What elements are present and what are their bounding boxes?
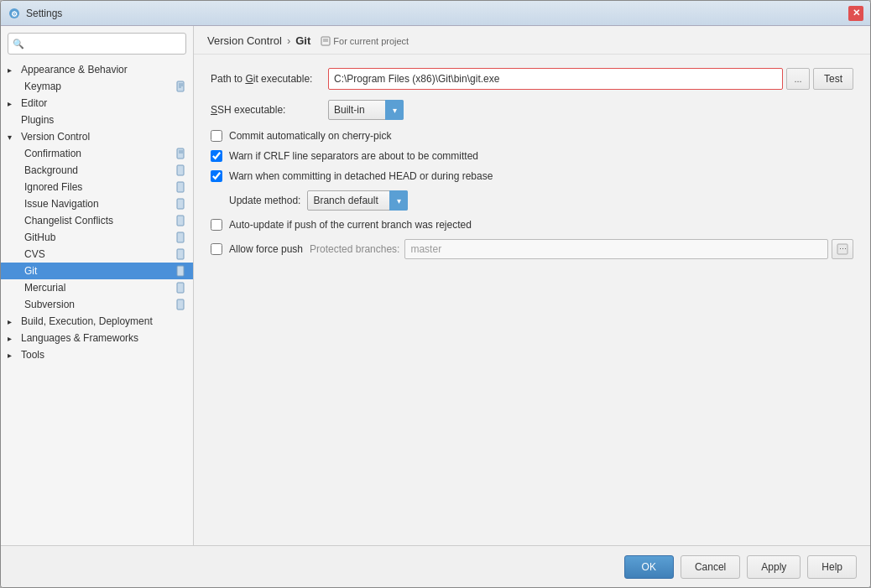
doc-icon <box>176 215 186 226</box>
doc-icon <box>176 198 186 210</box>
auto-update-label: Auto-update if push of the current branc… <box>229 219 472 231</box>
expand-arrow: ▸ <box>8 334 18 343</box>
main-content: Version Control › Git For current projec… <box>194 26 870 545</box>
expand-arrow: ▸ <box>8 99 18 108</box>
apply-button[interactable]: Apply <box>747 555 801 579</box>
sidebar-item-label: Git <box>24 265 37 277</box>
svg-text:⋯: ⋯ <box>839 245 847 253</box>
sidebar-item-subversion[interactable]: Subversion <box>1 296 193 313</box>
sidebar-item-label: Background <box>24 164 78 176</box>
help-button[interactable]: Help <box>807 555 857 579</box>
crlf-checkbox[interactable] <box>211 150 222 162</box>
detached-head-label: Warn when committing in detached HEAD or… <box>229 170 493 182</box>
sidebar: 🔍 ▸ Appearance & Behavior Keymap ▸ Edito… <box>1 26 194 545</box>
project-icon <box>321 36 331 46</box>
svg-rect-11 <box>177 199 184 209</box>
sidebar-item-label: Changelist Conflicts <box>24 215 113 226</box>
svg-text:⚙: ⚙ <box>11 10 18 18</box>
sidebar-item-tools[interactable]: ▸ Tools <box>1 346 193 363</box>
doc-icon <box>176 282 186 294</box>
svg-rect-10 <box>177 182 184 192</box>
sidebar-item-mercurial[interactable]: Mercurial <box>1 279 193 296</box>
content-area: 🔍 ▸ Appearance & Behavior Keymap ▸ Edito… <box>1 26 870 545</box>
sidebar-item-label: Issue Navigation <box>24 198 99 210</box>
sidebar-item-changelist-conflicts[interactable]: Changelist Conflicts <box>1 212 193 229</box>
protected-branches-label: Protected branches: <box>310 243 399 255</box>
path-label: Path to Git executable: <box>211 73 328 85</box>
expand-arrow: ▸ <box>8 351 18 360</box>
sidebar-item-github[interactable]: GitHub <box>1 229 193 246</box>
svg-rect-13 <box>177 232 184 242</box>
close-button[interactable]: ✕ <box>848 6 863 21</box>
git-path-input[interactable] <box>328 68 783 90</box>
search-input[interactable] <box>8 33 186 55</box>
svg-rect-16 <box>177 283 184 293</box>
sidebar-item-git[interactable]: Git <box>1 263 193 279</box>
cancel-button[interactable]: Cancel <box>681 555 740 579</box>
cherry-pick-checkbox[interactable] <box>211 130 222 142</box>
sidebar-item-background[interactable]: Background <box>1 162 193 179</box>
sidebar-item-label: Tools <box>21 349 44 361</box>
sidebar-item-editor[interactable]: ▸ Editor <box>1 95 193 112</box>
settings-window: ⚙ Settings ✕ 🔍 ▸ Appearance & Behavior K… <box>0 0 871 588</box>
search-icon: 🔍 <box>13 39 24 49</box>
svg-rect-12 <box>177 216 184 226</box>
svg-rect-2 <box>177 81 184 91</box>
expand-arrow: ▸ <box>8 317 18 326</box>
auto-update-row: Auto-update if push of the current branc… <box>211 219 853 231</box>
sidebar-item-confirmation[interactable]: Confirmation <box>1 145 193 162</box>
protected-branches-input[interactable] <box>404 239 828 259</box>
sidebar-item-label: Subversion <box>24 299 75 310</box>
svg-rect-15 <box>177 266 184 276</box>
sidebar-item-version-control[interactable]: ▾ Version Control <box>1 128 193 145</box>
sidebar-item-label: Mercurial <box>24 282 65 294</box>
app-icon: ⚙ <box>8 7 21 20</box>
sidebar-item-label: Plugins <box>21 114 54 126</box>
expand-arrow: ▸ <box>8 65 18 75</box>
svg-rect-17 <box>177 299 184 310</box>
main-header: Version Control › Git For current projec… <box>194 26 870 55</box>
doc-icon <box>176 148 186 159</box>
title-bar: ⚙ Settings ✕ <box>1 1 870 26</box>
update-method-row: Update method: Branch default Merge Reba… <box>211 190 853 211</box>
ssh-select-wrapper: Built-in Native ▾ <box>328 100 404 120</box>
settings-form: Path to Git executable: ... Test SSH exe… <box>194 55 870 545</box>
sidebar-item-issue-navigation[interactable]: Issue Navigation <box>1 195 193 212</box>
sidebar-item-label: Confirmation <box>24 148 81 159</box>
sidebar-item-label: Ignored Files <box>24 181 82 193</box>
doc-icon <box>176 299 186 310</box>
cherry-pick-label: Commit automatically on cherry-pick <box>229 130 391 142</box>
sidebar-item-plugins[interactable]: ▸ Plugins <box>1 112 193 128</box>
breadcrumb-current: Git <box>295 34 310 47</box>
search-box: 🔍 <box>8 33 186 55</box>
update-method-select[interactable]: Branch default Merge Rebase <box>307 190 408 211</box>
sidebar-item-keymap[interactable]: Keymap <box>1 78 193 95</box>
ok-button[interactable]: OK <box>624 555 674 579</box>
detached-head-checkbox[interactable] <box>211 170 222 182</box>
sidebar-item-build-execution[interactable]: ▸ Build, Execution, Deployment <box>1 313 193 330</box>
protected-branches-button[interactable]: ⋯ <box>832 239 853 259</box>
ssh-label: SSH executable: <box>211 104 328 116</box>
breadcrumb-separator: › <box>287 34 290 47</box>
crlf-row: Warn if CRLF line separators are about t… <box>211 150 853 162</box>
auto-update-checkbox[interactable] <box>211 219 222 231</box>
project-label-text: For current project <box>333 36 409 46</box>
project-label: For current project <box>321 36 409 46</box>
doc-icon <box>176 81 186 92</box>
ssh-select[interactable]: Built-in Native <box>328 100 404 120</box>
force-push-label: Allow force push <box>229 243 303 255</box>
force-push-checkbox[interactable] <box>211 243 222 255</box>
ssh-row: SSH executable: Built-in Native ▾ <box>211 100 853 120</box>
sidebar-item-label: Languages & Frameworks <box>21 332 138 344</box>
sidebar-item-appearance-behavior[interactable]: ▸ Appearance & Behavior <box>1 61 193 78</box>
browse-button[interactable]: ... <box>786 68 810 90</box>
sidebar-item-ignored-files[interactable]: Ignored Files <box>1 179 193 195</box>
sidebar-item-label: Appearance & Behavior <box>21 64 128 75</box>
sidebar-item-label: Keymap <box>24 81 61 92</box>
sidebar-item-label: Build, Execution, Deployment <box>21 315 153 327</box>
test-button[interactable]: Test <box>813 68 853 90</box>
sidebar-item-cvs[interactable]: CVS <box>1 246 193 263</box>
cherry-pick-row: Commit automatically on cherry-pick <box>211 130 853 142</box>
crlf-label: Warn if CRLF line separators are about t… <box>229 150 478 162</box>
sidebar-item-languages-frameworks[interactable]: ▸ Languages & Frameworks <box>1 330 193 346</box>
